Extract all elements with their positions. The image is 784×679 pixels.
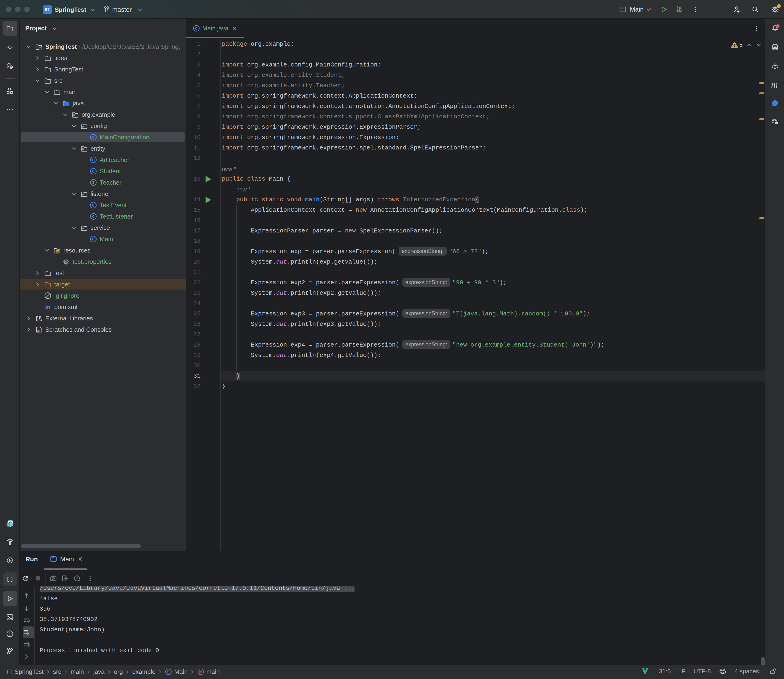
svg-text:C: C [92,203,95,208]
svg-text:C: C [92,135,95,140]
svg-text:C: C [92,158,95,163]
svg-text:C: C [195,27,198,31]
svg-text:C: C [92,169,95,174]
svg-text:?: ? [10,66,12,69]
svg-text:C: C [92,214,95,219]
svg-text:m: m [199,670,202,674]
svg-text:C: C [167,670,170,674]
svg-text:I: I [92,181,95,185]
svg-text:m: m [45,303,50,310]
svg-text:C: C [92,237,95,242]
